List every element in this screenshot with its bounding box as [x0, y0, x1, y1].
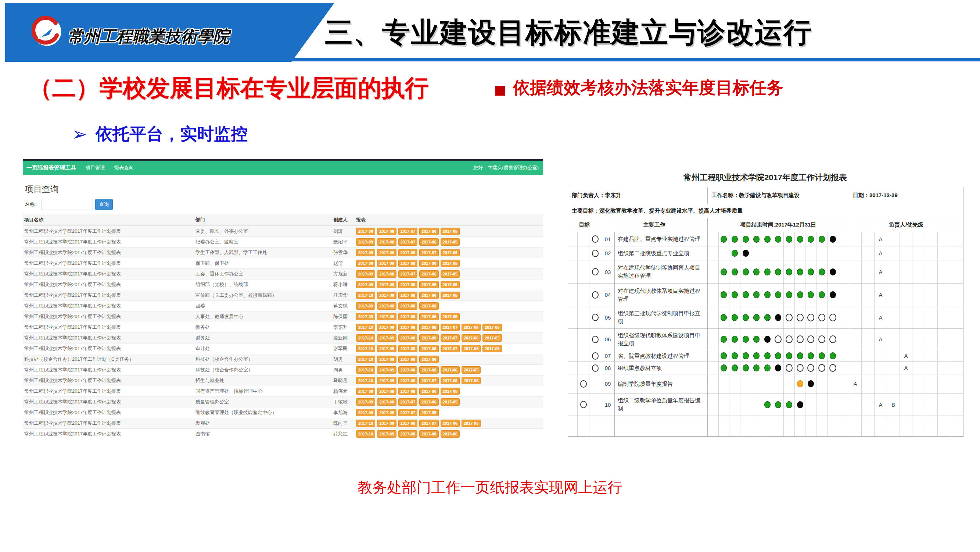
- report-date-badge[interactable]: 2017-09: [377, 334, 396, 341]
- report-date-badge[interactable]: 2017-10: [356, 324, 375, 331]
- report-date-badge[interactable]: 2017-10: [356, 334, 375, 341]
- report-date-badge[interactable]: 2017-09: [377, 430, 396, 438]
- report-date-badge[interactable]: 2017-06: [441, 377, 460, 384]
- report-date-badge[interactable]: 2017-08: [398, 313, 417, 320]
- report-date-badge[interactable]: 2017-09: [356, 313, 375, 320]
- report-date-badge[interactable]: 2017-05: [441, 388, 460, 395]
- report-date-badge[interactable]: 2017-07: [419, 420, 438, 427]
- report-date-badge[interactable]: 2017-08: [377, 313, 396, 320]
- report-date-badge[interactable]: 2017-06: [419, 313, 438, 320]
- report-date-badge[interactable]: 2017-07: [441, 345, 460, 352]
- report-date-badge[interactable]: 2017-05: [441, 281, 460, 288]
- report-date-badge[interactable]: 2017-08: [377, 281, 396, 288]
- report-date-badge[interactable]: 2017-08: [398, 260, 417, 267]
- report-date-badge[interactable]: 2017-07: [441, 324, 460, 331]
- report-date-badge[interactable]: 2017-09: [377, 356, 396, 363]
- report-date-badge[interactable]: 2017-06: [441, 430, 460, 438]
- report-date-badge[interactable]: 2017-08: [398, 356, 417, 363]
- report-date-badge[interactable]: 2017-05: [441, 238, 460, 246]
- report-date-badge[interactable]: 2017-08: [398, 366, 417, 373]
- report-date-badge[interactable]: 2017-08: [398, 249, 417, 256]
- report-date-badge[interactable]: 2017-06: [461, 324, 480, 331]
- report-date-badge[interactable]: 2017-09: [377, 377, 396, 384]
- report-date-badge[interactable]: 2017-05: [441, 228, 460, 235]
- report-date-badge[interactable]: 2017-10: [356, 356, 375, 363]
- report-date-badge[interactable]: 2017-05: [419, 409, 438, 416]
- report-date-badge[interactable]: 2017-09: [356, 228, 375, 235]
- report-date-badge[interactable]: 2017-10: [356, 377, 375, 384]
- report-date-badge[interactable]: 2017-10: [356, 292, 375, 299]
- report-date-badge[interactable]: 2017-05: [441, 260, 460, 267]
- report-date-badge[interactable]: 2017-06: [419, 356, 438, 363]
- report-date-badge[interactable]: 2017-07: [419, 377, 438, 384]
- report-date-badge[interactable]: 2017-07: [398, 238, 417, 246]
- report-date-badge[interactable]: 2017-05: [482, 324, 501, 331]
- report-date-badge[interactable]: 2017-07: [441, 334, 460, 341]
- report-date-badge[interactable]: 2017-06: [419, 260, 438, 267]
- report-date-badge[interactable]: 2017-08: [377, 302, 396, 310]
- report-date-badge[interactable]: 2017-08: [377, 398, 396, 406]
- report-date-badge[interactable]: 2017-07: [398, 409, 417, 416]
- app-brand[interactable]: 一页纸报表管理工具: [27, 164, 76, 171]
- nav-item-report-query[interactable]: 报表查询: [114, 164, 134, 171]
- report-date-badge[interactable]: 2017-09: [356, 409, 375, 416]
- report-date-badge[interactable]: 2017-09: [356, 302, 375, 310]
- report-date-badge[interactable]: 2017-09: [377, 345, 396, 352]
- report-date-badge[interactable]: 2017-08: [377, 270, 396, 278]
- report-date-badge[interactable]: 2017-08: [377, 388, 396, 395]
- report-date-badge[interactable]: 2017-05: [461, 377, 480, 384]
- report-date-badge[interactable]: 2017-06: [441, 420, 460, 427]
- report-date-badge[interactable]: 2017-10: [356, 420, 375, 427]
- report-date-badge[interactable]: 2017-09: [356, 398, 375, 406]
- report-date-badge[interactable]: 2017-05: [482, 345, 501, 352]
- report-date-badge[interactable]: 2017-09: [377, 324, 396, 331]
- report-date-badge[interactable]: 2017-05: [441, 398, 460, 406]
- report-date-badge[interactable]: 2017-10: [356, 345, 375, 352]
- report-date-badge[interactable]: 2017-05: [461, 420, 480, 427]
- report-date-badge[interactable]: 2017-09: [356, 249, 375, 256]
- report-date-badge[interactable]: 2017-09: [377, 260, 396, 267]
- report-date-badge[interactable]: 2017-07: [419, 249, 438, 256]
- report-date-badge[interactable]: 2017-06: [419, 292, 438, 299]
- report-date-badge[interactable]: 2017-07: [398, 228, 417, 235]
- report-date-badge[interactable]: 2017-09: [356, 270, 375, 278]
- report-date-badge[interactable]: 2017-08: [398, 302, 417, 310]
- report-date-badge[interactable]: 2017-06: [419, 398, 438, 406]
- report-date-badge[interactable]: 2017-08: [398, 345, 417, 352]
- report-date-badge[interactable]: 2017-06: [441, 249, 460, 256]
- report-date-badge[interactable]: 2017-09: [356, 260, 375, 267]
- report-date-badge[interactable]: 2017-05: [441, 270, 460, 278]
- report-date-badge[interactable]: 2017-06: [419, 228, 438, 235]
- report-date-badge[interactable]: 2017-08: [398, 324, 417, 331]
- report-date-badge[interactable]: 2017-08: [419, 334, 438, 341]
- report-date-badge[interactable]: 2017-10: [356, 366, 375, 373]
- report-date-badge[interactable]: 2017-07: [398, 270, 417, 278]
- report-date-badge[interactable]: 2017-08: [398, 377, 417, 384]
- report-date-badge[interactable]: 2017-09: [377, 366, 396, 373]
- report-date-badge[interactable]: 2017-08: [398, 292, 417, 299]
- report-date-badge[interactable]: 2017-08: [419, 430, 438, 438]
- report-date-badge[interactable]: 2017-06: [441, 366, 460, 373]
- navbar-user-greeting[interactable]: 您好：卞建庆(质量管理办公室): [473, 164, 539, 171]
- report-date-badge[interactable]: 2017-09: [377, 420, 396, 427]
- report-date-badge[interactable]: 2017-08: [419, 366, 438, 373]
- report-date-badge[interactable]: 2017-08: [419, 324, 438, 331]
- report-date-badge[interactable]: 2017-06: [419, 388, 438, 395]
- report-date-badge[interactable]: 2017-08: [398, 281, 417, 288]
- report-date-badge[interactable]: 2017-06: [461, 345, 480, 352]
- report-date-badge[interactable]: 2017-05: [482, 334, 501, 341]
- report-date-badge[interactable]: 2017-06: [461, 334, 480, 341]
- report-date-badge[interactable]: 2017-09: [377, 409, 396, 416]
- report-date-badge[interactable]: 2017-08: [419, 345, 438, 352]
- report-date-badge[interactable]: 2017-06: [419, 270, 438, 278]
- search-button[interactable]: 查询: [95, 199, 113, 210]
- report-date-badge[interactable]: 2017-09: [356, 388, 375, 395]
- report-date-badge[interactable]: 2017-08: [398, 430, 417, 438]
- report-date-badge[interactable]: 2017-09: [377, 292, 396, 299]
- report-date-badge[interactable]: 2017-08: [377, 249, 396, 256]
- report-date-badge[interactable]: 2017-09: [356, 281, 375, 288]
- report-date-badge[interactable]: 2017-05: [441, 313, 460, 320]
- report-date-badge[interactable]: 2017-07: [398, 398, 417, 406]
- report-date-badge[interactable]: 2017-05: [441, 292, 460, 299]
- report-date-badge[interactable]: 2017-08: [377, 238, 396, 246]
